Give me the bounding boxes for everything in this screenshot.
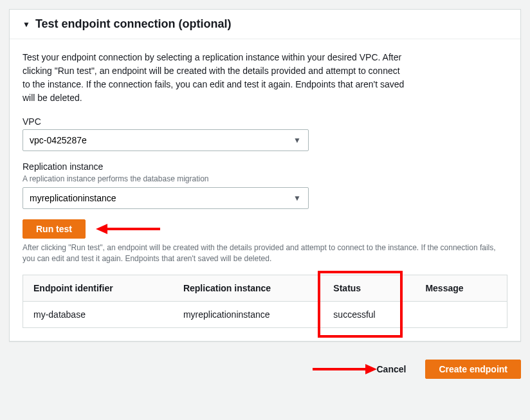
run-test-row: Run test	[23, 219, 507, 239]
replication-select-wrap: ▼	[23, 187, 309, 209]
section-description: Test your endpoint connection by selecti…	[23, 51, 408, 105]
vpc-select-wrap: ▼	[23, 129, 309, 151]
vpc-select[interactable]	[23, 129, 309, 151]
svg-marker-3	[365, 364, 377, 374]
replication-hint: A replication instance performs the data…	[23, 174, 507, 183]
footer-actions: Cancel Create endpoint	[0, 351, 530, 388]
replication-group: Replication instance A replication insta…	[23, 161, 507, 209]
caret-down-icon: ▼	[23, 20, 30, 29]
test-endpoint-card: ▼ Test endpoint connection (optional) Te…	[9, 9, 521, 342]
cell-status: successful	[323, 301, 415, 327]
vpc-group: VPC ▼	[23, 116, 507, 151]
results-wrap: Endpoint identifier Replication instance…	[23, 275, 507, 328]
annotation-arrow-icon	[313, 361, 377, 377]
col-status: Status	[323, 275, 415, 301]
replication-label: Replication instance	[23, 161, 507, 172]
svg-marker-1	[96, 224, 107, 234]
vpc-label: VPC	[23, 116, 507, 127]
results-table: Endpoint identifier Replication instance…	[23, 275, 507, 328]
run-test-button[interactable]: Run test	[23, 219, 86, 239]
replication-select[interactable]	[23, 187, 309, 209]
annotation-arrow-icon	[96, 221, 160, 237]
cell-message	[415, 301, 507, 327]
section-header[interactable]: ▼ Test endpoint connection (optional)	[10, 10, 520, 39]
run-test-help: After clicking "Run test", an endpoint w…	[23, 242, 507, 264]
cell-endpoint: my-database	[23, 301, 173, 327]
cell-replication: myreplicationinstance	[173, 301, 323, 327]
col-message: Message	[415, 275, 507, 301]
create-endpoint-button[interactable]: Create endpoint	[425, 360, 521, 379]
col-endpoint: Endpoint identifier	[23, 275, 173, 301]
section-title: Test endpoint connection (optional)	[35, 17, 232, 31]
table-header-row: Endpoint identifier Replication instance…	[23, 275, 507, 301]
section-body: Test your endpoint connection by selecti…	[10, 39, 520, 341]
table-row: my-database myreplicationinstance succes…	[23, 301, 507, 327]
col-replication: Replication instance	[173, 275, 323, 301]
